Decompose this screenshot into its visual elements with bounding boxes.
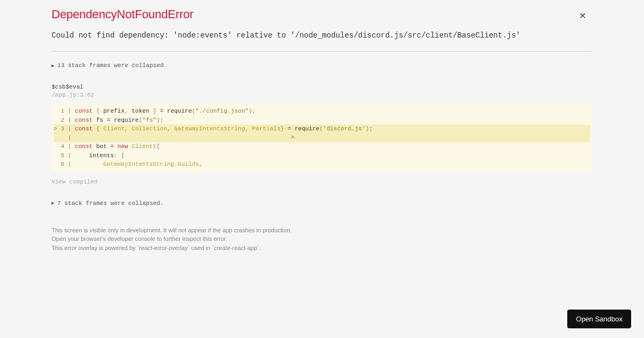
footer-line: Open your browser's developer console to… (52, 234, 592, 244)
footer-note: This screen is visible only in developme… (52, 226, 592, 253)
stack-frame-name: $csb$eval (52, 84, 592, 90)
divider (52, 51, 592, 52)
error-message: Could not find dependency: 'node:events'… (52, 29, 592, 42)
error-title: DependencyNotFoundError (52, 8, 592, 21)
open-sandbox-button[interactable]: Open Sandbox (567, 310, 631, 328)
collapsed-frames-bottom-label: 7 stack frames were collapsed. (57, 200, 164, 207)
error-overlay: DependencyNotFoundError Could not find d… (0, 0, 644, 252)
footer-line: This screen is visible only in developme… (52, 226, 592, 235)
stack-frame-location: /app.js:3:62 (52, 92, 592, 98)
code-snippet: 1 | const { prefix, token } = require(".… (52, 104, 592, 172)
close-icon[interactable]: ✕ (579, 11, 586, 21)
view-compiled-link[interactable]: View compiled (52, 179, 592, 185)
collapsed-frames-bottom[interactable]: 7 stack frames were collapsed. (52, 200, 592, 207)
footer-line: This error overlay is powered by `react-… (52, 244, 592, 253)
collapsed-frames-top-label: 13 stack frames were collapsed. (57, 62, 167, 69)
collapsed-frames-top[interactable]: 13 stack frames were collapsed. (52, 62, 592, 69)
